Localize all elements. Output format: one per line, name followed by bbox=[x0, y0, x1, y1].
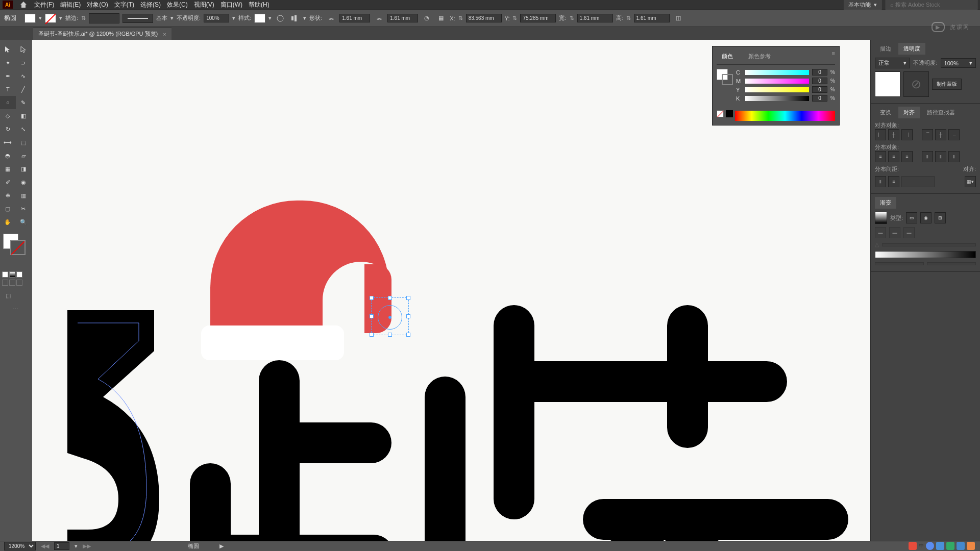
draw-normal[interactable] bbox=[2, 280, 8, 286]
hand-tool[interactable]: ✋ bbox=[0, 215, 16, 229]
status-menu[interactable]: ▶ bbox=[219, 543, 224, 549]
stroke-swatch[interactable] bbox=[45, 14, 56, 23]
opacity-value-dropdown[interactable]: 100%▾ bbox=[941, 58, 976, 68]
screen-mode[interactable]: ⬚ bbox=[0, 289, 16, 302]
chevron-down-icon[interactable]: ▾ bbox=[232, 15, 235, 21]
direct-selection-tool[interactable] bbox=[16, 43, 32, 56]
gradient-tool[interactable]: ◨ bbox=[16, 162, 32, 176]
align-vcenter[interactable]: ┼ bbox=[935, 129, 946, 140]
c-slider[interactable] bbox=[745, 70, 809, 75]
artboard-number[interactable] bbox=[54, 542, 69, 550]
radial-gradient-icon[interactable]: ◉ bbox=[920, 212, 932, 223]
menu-type[interactable]: 文字(T) bbox=[114, 1, 134, 9]
tab-color[interactable]: 颜色 bbox=[717, 51, 738, 62]
stock-search[interactable]: ⌕ 搜索 Adobe Stock bbox=[886, 0, 977, 10]
black-swatch[interactable] bbox=[726, 110, 733, 117]
mesh-tool[interactable]: ▦ bbox=[0, 162, 16, 176]
recolor-icon[interactable] bbox=[275, 13, 286, 24]
dist-hspace[interactable]: ≡ bbox=[888, 176, 899, 187]
zoom-dropdown[interactable]: 1200% bbox=[4, 542, 36, 550]
edit-toolbar[interactable]: ⋯ bbox=[0, 306, 31, 313]
linear-gradient-icon[interactable]: ▭ bbox=[906, 212, 917, 223]
color-panel[interactable]: 颜色 颜色参考 ≡ C% M% Y% K% bbox=[712, 46, 840, 126]
stepper-icon[interactable]: ⇅ bbox=[458, 15, 463, 21]
align-right[interactable]: ⎹ bbox=[901, 129, 913, 140]
shaper-tool[interactable]: ◇ bbox=[0, 109, 16, 122]
shape-link-icon[interactable]: ⫘ bbox=[325, 13, 336, 24]
align-top[interactable]: ⎺ bbox=[922, 129, 933, 140]
shape-builder-tool[interactable]: ◓ bbox=[0, 149, 16, 162]
document-tab[interactable]: 圣诞节-圣诞快乐.ai* @ 1200% (RGB/GPU 预览) × bbox=[33, 28, 172, 40]
slice-tool[interactable]: ✂ bbox=[16, 202, 32, 215]
zoom-tool[interactable]: 🔍 bbox=[16, 215, 32, 229]
tab-align[interactable]: 对齐 bbox=[898, 107, 920, 118]
opacity-thumbnail[interactable] bbox=[875, 71, 900, 97]
artboard-tool[interactable]: ▢ bbox=[0, 202, 16, 215]
chevron-down-icon[interactable]: ▾ bbox=[59, 15, 62, 21]
menu-select[interactable]: 选择(S) bbox=[140, 1, 161, 9]
menu-window[interactable]: 窗口(W) bbox=[220, 1, 242, 9]
fill-stroke-indicator[interactable] bbox=[0, 233, 31, 258]
tray-icon-3[interactable] bbox=[936, 542, 944, 550]
free-transform-tool[interactable]: ⬚ bbox=[16, 136, 32, 149]
selection-tool[interactable] bbox=[0, 43, 16, 56]
y-input[interactable] bbox=[520, 14, 556, 22]
none-mode[interactable] bbox=[16, 271, 22, 278]
tab-gradient[interactable]: 渐变 bbox=[875, 197, 896, 209]
y-slider[interactable] bbox=[745, 87, 809, 92]
draw-behind[interactable] bbox=[9, 280, 15, 286]
m-slider[interactable] bbox=[745, 79, 809, 84]
chevron-down-icon[interactable]: ▾ bbox=[39, 15, 42, 21]
align-hcenter[interactable]: ┼ bbox=[888, 129, 899, 140]
gradient-swatch[interactable] bbox=[875, 212, 887, 224]
x-input[interactable] bbox=[466, 14, 502, 22]
graphic-style-swatch[interactable] bbox=[254, 14, 265, 23]
artboard-prev[interactable]: ◀◀ bbox=[41, 543, 49, 549]
ellipse-tool[interactable]: ○ bbox=[0, 96, 16, 109]
workspace-switcher[interactable]: 基本功能 ▾ bbox=[844, 0, 881, 10]
stepper-icon[interactable]: ⇅ bbox=[570, 15, 574, 21]
make-mask-button[interactable]: 制作蒙版 bbox=[932, 79, 962, 90]
eraser-tool[interactable]: ◧ bbox=[16, 109, 32, 122]
dist-left[interactable]: ⦀ bbox=[922, 151, 933, 162]
menu-file[interactable]: 文件(F) bbox=[34, 1, 54, 9]
scale-tool[interactable]: ⤡ bbox=[16, 122, 32, 136]
align-bottom[interactable]: ⎽ bbox=[948, 129, 960, 140]
gradient-slider[interactable] bbox=[875, 251, 976, 258]
chevron-down-icon[interactable]: ▾ bbox=[303, 15, 306, 21]
none-swatch[interactable] bbox=[717, 110, 724, 117]
dist-vspace[interactable]: ⦀ bbox=[875, 176, 886, 187]
dist-top[interactable]: ≡ bbox=[875, 151, 886, 162]
c-value[interactable] bbox=[812, 69, 827, 76]
tab-color-guide[interactable]: 颜色参考 bbox=[743, 51, 776, 62]
freeform-gradient-icon[interactable]: ⊞ bbox=[935, 212, 946, 223]
dist-bottom[interactable]: ≡ bbox=[901, 151, 913, 162]
tray-icon-2[interactable] bbox=[926, 542, 934, 550]
paintbrush-tool[interactable]: ✎ bbox=[16, 96, 32, 109]
opacity-input[interactable] bbox=[204, 14, 229, 22]
blend-mode-dropdown[interactable]: 正常▾ bbox=[875, 58, 910, 68]
tray-icon-4[interactable] bbox=[946, 542, 954, 550]
menu-help[interactable]: 帮助(H) bbox=[249, 1, 270, 9]
tray-icon-6[interactable] bbox=[967, 542, 975, 550]
artboard-next[interactable]: ▶▶ bbox=[83, 543, 91, 549]
menu-effect[interactable]: 效果(C) bbox=[167, 1, 188, 9]
width-tool[interactable]: ⟷ bbox=[0, 136, 16, 149]
align-left[interactable]: ⎸ bbox=[875, 129, 886, 140]
align-to-dropdown[interactable]: ▦▾ bbox=[965, 176, 976, 187]
m-value[interactable] bbox=[812, 78, 827, 84]
stepper-icon[interactable]: ⇅ bbox=[626, 15, 631, 21]
tab-stroke[interactable]: 描边 bbox=[875, 43, 896, 55]
color-mode[interactable] bbox=[2, 271, 8, 278]
draw-inside[interactable] bbox=[16, 280, 22, 286]
brush-definition[interactable] bbox=[122, 14, 153, 23]
menu-object[interactable]: 对象(O) bbox=[87, 1, 108, 9]
blend-tool[interactable]: ◉ bbox=[16, 176, 32, 189]
tab-pathfinder[interactable]: 路径查找器 bbox=[922, 107, 960, 118]
line-tool[interactable]: ╱ bbox=[16, 83, 32, 96]
isolate-icon[interactable]: ◫ bbox=[673, 13, 684, 24]
h-input[interactable] bbox=[634, 14, 670, 22]
shape-h-input[interactable] bbox=[387, 14, 418, 22]
rotate-tool[interactable]: ↻ bbox=[0, 122, 16, 136]
chevron-down-icon[interactable]: ▾ bbox=[268, 15, 272, 21]
